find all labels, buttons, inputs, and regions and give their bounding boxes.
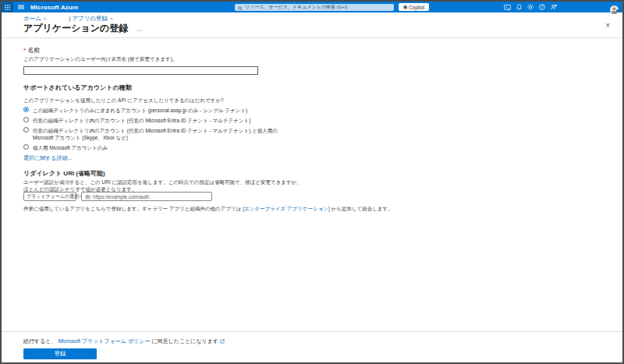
selection-details-link[interactable]: 選択に関する詳細... xyxy=(23,154,72,162)
enterprise-apps-note: 作業に使用しているアプリをこちらで登録します。ギャラリー アプリと組織外の他のア… xyxy=(23,206,393,213)
name-help-text: このアプリケーションのユーザー向け表示名 (後で変更できます)。 xyxy=(23,56,177,63)
register-button[interactable]: 登録 xyxy=(23,348,97,359)
feedback-icon[interactable] xyxy=(551,4,557,10)
account-type-radio-group: この組織ディレクトリのみに含まれるアカウント (personal.assp.jp… xyxy=(23,107,298,154)
redirect-section-title: リダイレクト URI (省略可能) xyxy=(23,169,105,178)
policy-note: 続行すると、Microsoft プラットフォーム ポリシーに同意したことになりま… xyxy=(23,337,225,345)
close-icon[interactable]: × xyxy=(605,22,610,30)
presence-dot xyxy=(616,9,619,12)
radio-multitenant[interactable]: 任意の組織ディレクトリ内のアカウント (任意の Microsoft Entra … xyxy=(23,117,298,124)
azure-portal-window: Microsoft Azure リソース、サービス、ドキュメントの検索 (G+/… xyxy=(0,0,624,364)
application-name-input[interactable] xyxy=(23,66,258,75)
settings-gear-icon[interactable] xyxy=(527,4,534,10)
help-icon[interactable]: ? xyxy=(539,4,545,10)
cloud-shell-icon[interactable] xyxy=(504,5,511,10)
search-placeholder: リソース、サービス、ドキュメントの検索 (G+/) xyxy=(245,4,347,11)
copilot-button[interactable]: Copilot xyxy=(399,3,429,11)
platform-policies-link[interactable]: Microsoft プラットフォーム ポリシー xyxy=(58,337,151,345)
avatar[interactable] xyxy=(610,3,619,12)
platform-select-dropdown[interactable]: プラットフォームの選択 xyxy=(23,192,76,201)
radio-icon xyxy=(23,117,29,122)
footer-divider xyxy=(2,331,622,332)
notifications-bell-icon[interactable] xyxy=(516,4,522,10)
radio-selected-icon xyxy=(23,107,29,112)
search-icon xyxy=(238,0,243,14)
topbar-icon-group: ? xyxy=(504,2,557,12)
redirect-uri-input[interactable] xyxy=(81,192,212,201)
top-bar: Microsoft Azure リソース、サービス、ドキュメントの検索 (G+/… xyxy=(2,2,622,12)
radio-multitenant-personal[interactable]: 任意の組織ディレクトリ内のアカウント (任意の Microsoft Entra … xyxy=(23,127,298,141)
global-search-input[interactable]: リソース、サービス、ドキュメントの検索 (G+/) xyxy=(235,4,394,11)
radio-single-tenant[interactable]: この組織ディレクトリのみに含まれるアカウント (personal.assp.jp… xyxy=(23,107,298,114)
header-divider xyxy=(2,37,622,38)
ellipsis-icon[interactable]: … xyxy=(136,25,143,33)
breadcrumb-separator: > xyxy=(44,16,47,21)
external-link-icon xyxy=(220,339,225,345)
page-header: アプリケーションの登録 … xyxy=(23,22,143,35)
required-asterisk: * xyxy=(23,47,26,54)
svg-text:?: ? xyxy=(541,5,544,9)
name-label: *名前 xyxy=(23,46,40,55)
radio-icon xyxy=(23,127,29,133)
redirect-uri-controls: プラットフォームの選択 xyxy=(23,192,212,201)
enterprise-applications-link[interactable]: [エンタープライズ アプリケーション] xyxy=(243,206,330,211)
accounts-section-title: サポートされているアカウントの種類 xyxy=(23,83,132,92)
breadcrumb-separator: > xyxy=(110,16,113,21)
accounts-question: このアプリケーションを使用したりこの API にアクセスしたりできるのはだれです… xyxy=(23,97,224,104)
radio-personal-only[interactable]: 個人用 Microsoft アカウントのみ xyxy=(23,144,298,151)
waffle-menu-icon[interactable] xyxy=(2,2,13,12)
redirect-description: ユーザー認証が成功すると、この URI に認証応答を返します。この時点での指定は… xyxy=(23,179,306,193)
copilot-icon xyxy=(403,5,407,9)
page-title: アプリケーションの登録 xyxy=(23,22,128,35)
radio-icon xyxy=(23,144,29,150)
hamburger-menu-icon[interactable] xyxy=(18,5,24,9)
brand-title: Microsoft Azure xyxy=(30,4,79,11)
